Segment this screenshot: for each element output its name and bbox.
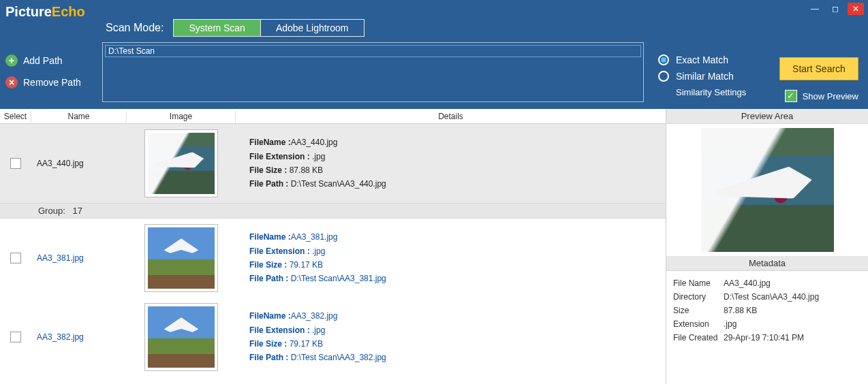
metadata-row: Extension.jpg bbox=[673, 317, 861, 331]
row-thumbnail[interactable] bbox=[144, 224, 218, 292]
group-number: 17 bbox=[73, 206, 82, 216]
metadata-key: Extension bbox=[673, 319, 724, 329]
close-button[interactable]: ✕ bbox=[848, 3, 864, 15]
metadata-row: DirectoryD:\Test Scan\AA3_440.jpg bbox=[673, 290, 861, 304]
row-filename: AA3_440.jpg bbox=[31, 159, 127, 168]
preview-area-header: Preview Area bbox=[666, 109, 868, 124]
window-controls: — ◻ ✕ bbox=[807, 3, 864, 15]
metadata-value: 87.88 KB bbox=[724, 306, 757, 315]
col-image[interactable]: Image bbox=[127, 110, 236, 123]
row-details: FileName :AA3_440.jpgFile Extension : .j… bbox=[236, 135, 666, 191]
row-thumbnail[interactable] bbox=[144, 303, 218, 371]
app-logo: PictureEcho bbox=[5, 4, 85, 20]
row-filename: AA3_381.jpg bbox=[31, 253, 127, 263]
metadata-key: Size bbox=[673, 306, 724, 315]
add-path-label: Add Path bbox=[23, 55, 63, 66]
scan-mode-row: Scan Mode: System Scan Adobe Lightroom bbox=[106, 19, 365, 37]
similar-match-radio[interactable]: Similar Match bbox=[658, 71, 746, 82]
col-details[interactable]: Details bbox=[236, 110, 666, 123]
minimize-button[interactable]: — bbox=[807, 3, 823, 15]
metadata-key: File Created bbox=[673, 333, 724, 342]
metadata-key: File Name bbox=[673, 278, 724, 288]
preview-image-wrap bbox=[666, 124, 868, 256]
row-thumbnail[interactable] bbox=[144, 129, 218, 197]
logo-text-b: Echo bbox=[52, 4, 85, 20]
row-thumbnail-cell bbox=[127, 303, 236, 371]
row-details: FileName :AA3_382.jpgFile Extension : .j… bbox=[236, 309, 666, 365]
metadata-row: File Created29-Apr-19 7:10:41 PM bbox=[673, 331, 861, 345]
metadata-row: File NameAA3_440.jpg bbox=[673, 276, 861, 290]
checkbox-icon bbox=[785, 90, 797, 102]
metadata-value: AA3_440.jpg bbox=[724, 278, 771, 288]
col-select[interactable]: Select bbox=[0, 110, 31, 123]
metadata-table: File NameAA3_440.jpgDirectoryD:\Test Sca… bbox=[666, 271, 868, 350]
maximize-button[interactable]: ◻ bbox=[827, 3, 843, 15]
row-thumbnail-cell bbox=[127, 129, 236, 197]
remove-path-button[interactable]: × Remove Path bbox=[5, 76, 81, 89]
logo-text-a: Picture bbox=[5, 4, 52, 20]
metadata-value: .jpg bbox=[724, 319, 737, 329]
group-separator: Group: 17 bbox=[0, 203, 666, 219]
start-search-button[interactable]: Start Search bbox=[779, 57, 858, 80]
scan-mode-tabs: System Scan Adobe Lightroom bbox=[173, 19, 364, 37]
metadata-value: D:\Test Scan\AA3_440.jpg bbox=[724, 292, 819, 302]
table-row[interactable]: AA3_381.jpgFileName :AA3_381.jpgFile Ext… bbox=[0, 219, 666, 298]
add-path-button[interactable]: + Add Path bbox=[5, 54, 81, 67]
similar-match-label: Similar Match bbox=[676, 71, 734, 82]
row-checkbox[interactable] bbox=[10, 158, 21, 169]
x-icon: × bbox=[5, 76, 18, 89]
row-filename: AA3_382.jpg bbox=[31, 332, 127, 342]
col-name[interactable]: Name bbox=[31, 110, 127, 123]
metadata-row: Size87.88 KB bbox=[673, 304, 861, 317]
remove-path-label: Remove Path bbox=[23, 77, 81, 88]
metadata-header: Metadata bbox=[666, 256, 868, 271]
plus-icon: + bbox=[5, 54, 18, 67]
row-select-cell bbox=[0, 158, 31, 169]
preview-image bbox=[701, 128, 834, 252]
similarity-settings-link[interactable]: Similarity Settings bbox=[676, 87, 746, 97]
row-checkbox[interactable] bbox=[10, 253, 21, 263]
exact-match-radio[interactable]: Exact Match bbox=[658, 54, 746, 65]
grid-header: Select Name Image Details bbox=[0, 109, 666, 124]
show-preview-toggle[interactable]: Show Preview bbox=[785, 90, 858, 102]
metadata-key: Directory bbox=[673, 292, 724, 302]
radio-icon bbox=[658, 54, 669, 65]
table-row[interactable]: AA3_382.jpgFileName :AA3_382.jpgFile Ext… bbox=[0, 298, 666, 377]
row-thumbnail-cell bbox=[127, 224, 236, 292]
scan-mode-label: Scan Mode: bbox=[106, 22, 164, 34]
row-details: FileName :AA3_381.jpgFile Extension : .j… bbox=[236, 230, 666, 286]
app-header: — ◻ ✕ PictureEcho Scan Mode: System Scan… bbox=[0, 0, 868, 109]
group-label: Group: bbox=[38, 206, 65, 216]
results-panel: Select Name Image Details AA3_440.jpgFil… bbox=[0, 109, 666, 384]
results-rows[interactable]: AA3_440.jpgFileName :AA3_440.jpgFile Ext… bbox=[0, 124, 666, 384]
tab-adobe-lightroom[interactable]: Adobe Lightroom bbox=[261, 20, 364, 36]
row-select-cell bbox=[0, 332, 31, 342]
show-preview-label: Show Preview bbox=[803, 91, 858, 101]
radio-icon bbox=[658, 71, 669, 82]
metadata-value: 29-Apr-19 7:10:41 PM bbox=[724, 333, 804, 342]
path-list-box: D:\Test Scan bbox=[102, 42, 644, 102]
path-actions: + Add Path × Remove Path bbox=[5, 54, 81, 89]
exact-match-label: Exact Match bbox=[676, 54, 728, 65]
tab-system-scan[interactable]: System Scan bbox=[174, 20, 260, 36]
row-select-cell bbox=[0, 253, 31, 263]
row-checkbox[interactable] bbox=[10, 332, 21, 342]
table-row[interactable]: AA3_440.jpgFileName :AA3_440.jpgFile Ext… bbox=[0, 124, 666, 203]
preview-sidebar: Preview Area Metadata File NameAA3_440.j… bbox=[666, 109, 868, 384]
match-options: Exact Match Similar Match Similarity Set… bbox=[658, 54, 746, 97]
path-entry[interactable]: D:\Test Scan bbox=[105, 45, 641, 57]
